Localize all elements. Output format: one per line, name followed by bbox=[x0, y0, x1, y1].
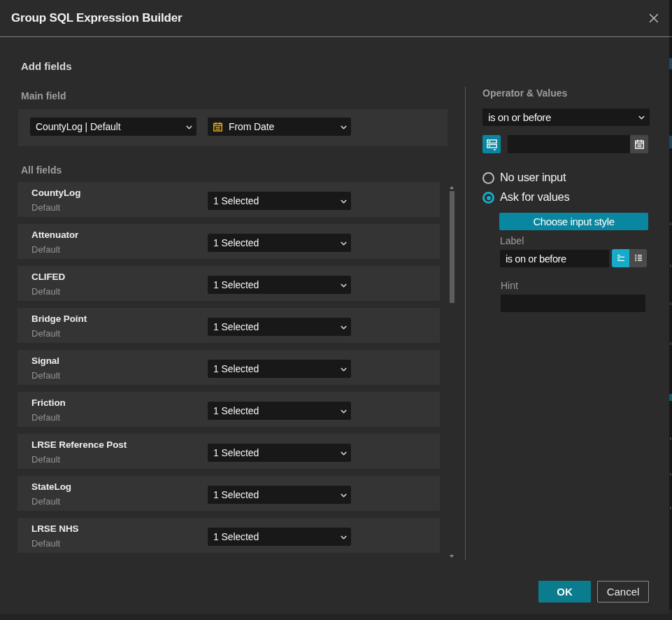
chevron-down-icon bbox=[341, 493, 347, 498]
operator-values-heading: Operator & Values bbox=[482, 87, 567, 99]
chevron-down-icon bbox=[341, 535, 347, 540]
chevron-down-icon bbox=[341, 367, 347, 372]
list-lines-icon bbox=[634, 253, 643, 263]
field-row: Signal Default 1 Selected bbox=[17, 350, 440, 385]
edge-artifact bbox=[670, 223, 671, 225]
chevron-down-icon bbox=[638, 115, 645, 120]
field-selection-value: 1 Selected bbox=[213, 321, 259, 332]
edge-artifact bbox=[670, 473, 671, 476]
chevron-down-icon bbox=[186, 125, 192, 129]
field-selection-value: 1 Selected bbox=[213, 447, 259, 458]
scrollbar-thumb[interactable] bbox=[450, 191, 455, 303]
chevron-down-icon bbox=[341, 283, 347, 288]
field-selection-select[interactable]: 1 Selected bbox=[208, 276, 351, 294]
field-selection-select[interactable]: 1 Selected bbox=[208, 318, 351, 336]
ask-for-values-radio[interactable]: Ask for values bbox=[482, 191, 569, 204]
field-selection-value: 1 Selected bbox=[213, 489, 259, 500]
align-left-lines-icon bbox=[616, 253, 626, 263]
field-name: Bridge Point bbox=[31, 313, 87, 324]
close-button[interactable] bbox=[647, 11, 661, 25]
field-row: CLIFED Default 1 Selected bbox=[17, 266, 440, 301]
field-name: Signal bbox=[31, 355, 59, 366]
dialog-title: Group SQL Expression Builder bbox=[11, 0, 182, 36]
main-field-box: CountyLog | Default From Date bbox=[18, 109, 448, 146]
field-subtype: Default bbox=[31, 244, 60, 255]
all-fields-list: CountyLog Default 1 Selected Attenuator … bbox=[17, 182, 440, 560]
field-selection-select[interactable]: 1 Selected bbox=[208, 360, 351, 378]
main-subfield-select[interactable]: From Date bbox=[208, 118, 351, 136]
field-name: Friction bbox=[31, 397, 66, 408]
values-from-data-button[interactable] bbox=[482, 135, 501, 153]
edge-artifact bbox=[670, 302, 671, 305]
field-selection-select[interactable]: 1 Selected bbox=[208, 486, 351, 504]
field-subtype: Default bbox=[31, 496, 60, 507]
scrollbar-down-arrow-icon[interactable] bbox=[450, 555, 454, 558]
radio-unselected-icon bbox=[482, 172, 494, 184]
field-row: Attenuator Default 1 Selected bbox=[17, 224, 440, 259]
field-subtype: Default bbox=[31, 370, 60, 381]
main-subfield-select-value: From Date bbox=[229, 121, 274, 132]
choose-input-style-button[interactable]: Choose input style bbox=[499, 213, 648, 230]
field-subtype: Default bbox=[31, 454, 60, 465]
field-subtype: Default bbox=[31, 202, 60, 213]
no-user-input-radio[interactable]: No user input bbox=[482, 171, 566, 185]
chevron-down-icon bbox=[341, 325, 347, 330]
field-row: LRSE Reference Post Default 1 Selected bbox=[17, 434, 440, 469]
field-selection-select[interactable]: 1 Selected bbox=[208, 192, 351, 210]
edge-artifact bbox=[670, 507, 671, 509]
field-selection-value: 1 Selected bbox=[213, 195, 259, 206]
window-edge-right bbox=[669, 0, 672, 620]
field-name: CLIFED bbox=[31, 272, 65, 282]
chevron-down-icon bbox=[341, 125, 347, 129]
edge-artifact bbox=[670, 265, 671, 267]
edge-artifact bbox=[669, 610, 672, 620]
main-field-select-value: CountyLog | Default bbox=[36, 121, 121, 132]
single-line-label-toggle[interactable] bbox=[612, 249, 629, 267]
edge-artifact bbox=[669, 394, 672, 401]
main-field-label: Main field bbox=[21, 90, 66, 101]
field-subtype: Default bbox=[31, 328, 60, 339]
edge-artifact bbox=[670, 342, 671, 345]
field-subtype: Default bbox=[31, 412, 60, 423]
date-picker-button[interactable] bbox=[630, 135, 648, 153]
list-label-toggle[interactable] bbox=[629, 249, 647, 267]
date-field-icon bbox=[213, 122, 223, 132]
edge-artifact bbox=[670, 437, 671, 440]
dialog-titlebar: Group SQL Expression Builder bbox=[0, 0, 669, 37]
field-row: Friction Default 1 Selected bbox=[17, 392, 440, 427]
field-name: Attenuator bbox=[31, 230, 78, 240]
all-fields-label: All fields bbox=[21, 164, 62, 176]
field-selection-select[interactable]: 1 Selected bbox=[208, 528, 351, 546]
label-input[interactable] bbox=[500, 250, 609, 267]
chevron-down-icon bbox=[341, 409, 347, 414]
ok-button[interactable]: OK bbox=[538, 581, 591, 603]
field-selection-select[interactable]: 1 Selected bbox=[208, 234, 351, 252]
group-sql-expression-builder-dialog: Group SQL Expression Builder Add fields … bbox=[0, 0, 669, 614]
value-input[interactable] bbox=[508, 135, 630, 153]
field-name: LRSE NHS bbox=[31, 523, 78, 534]
calendar-icon bbox=[634, 139, 645, 150]
hint-label: Hint bbox=[501, 280, 518, 291]
field-selection-select[interactable]: 1 Selected bbox=[208, 402, 351, 420]
field-selection-value: 1 Selected bbox=[213, 279, 259, 290]
field-row: Bridge Point Default 1 Selected bbox=[17, 308, 440, 343]
window-edge-bottom bbox=[0, 614, 669, 620]
cancel-button[interactable]: Cancel bbox=[597, 581, 649, 603]
field-selection-select[interactable]: 1 Selected bbox=[208, 444, 351, 462]
edge-artifact bbox=[669, 58, 672, 69]
radio-selected-icon bbox=[482, 192, 494, 204]
operator-select[interactable]: is on or before bbox=[482, 108, 650, 126]
ask-for-values-label: Ask for values bbox=[500, 190, 569, 204]
field-row: StateLog Default 1 Selected bbox=[17, 476, 440, 511]
field-name: CountyLog bbox=[31, 188, 80, 198]
chevron-down-icon bbox=[341, 241, 347, 246]
main-field-select[interactable]: CountyLog | Default bbox=[30, 118, 196, 136]
chevron-down-icon bbox=[341, 199, 347, 204]
label-style-toggle-group bbox=[612, 249, 647, 267]
chevron-down-icon bbox=[341, 451, 347, 456]
field-subtype: Default bbox=[31, 286, 60, 297]
field-selection-value: 1 Selected bbox=[213, 405, 259, 416]
values-from-data-icon bbox=[486, 139, 498, 150]
hint-input[interactable] bbox=[501, 295, 645, 312]
scrollbar-up-arrow-icon[interactable] bbox=[450, 186, 454, 189]
